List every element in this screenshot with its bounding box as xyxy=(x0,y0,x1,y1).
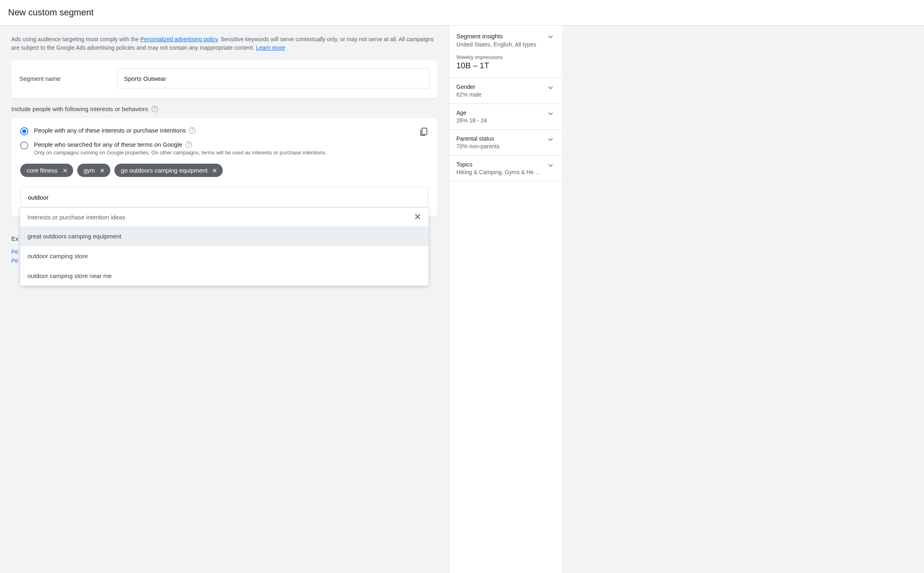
chevron-down-icon xyxy=(546,110,555,118)
page-header: New custom segment xyxy=(0,0,924,25)
policy-notice: Ads using audience targeting must comply… xyxy=(11,35,437,52)
insight-value: 26% 18 - 24 xyxy=(456,117,487,124)
close-icon[interactable] xyxy=(62,167,68,174)
chip-go-outdoors: go outdoors camping equipment xyxy=(114,164,223,177)
segment-name-label: Segment name xyxy=(19,75,61,82)
insights-header[interactable]: Segment insights United States, English,… xyxy=(449,25,562,54)
suggestion-item[interactable]: outdoor camping store near me xyxy=(20,266,428,286)
suggestion-item[interactable]: great outdoors camping equipment xyxy=(20,226,428,246)
help-icon[interactable]: ? xyxy=(186,141,192,148)
chip-row: core fitness gym go outdoors camping equ… xyxy=(20,164,428,177)
insight-row-gender[interactable]: Gender 62% male xyxy=(449,78,562,103)
impressions-label: Weekly impressions xyxy=(456,54,555,60)
radio-interests-label: People with any of these interests or pu… xyxy=(34,127,186,134)
radio-searched[interactable]: People who searched for any of these ter… xyxy=(20,141,428,156)
radio-searched-sub: Only on campaigns running on Google prop… xyxy=(34,150,428,156)
chip-gym: gym xyxy=(77,164,110,177)
weekly-impressions: Weekly impressions 10B – 1T xyxy=(449,54,562,78)
radio-button-selected[interactable] xyxy=(20,127,28,135)
close-icon[interactable] xyxy=(211,167,218,174)
chip-core-fitness: core fitness xyxy=(20,164,73,177)
close-icon[interactable] xyxy=(99,167,105,174)
insights-sidebar: Segment insights United States, English,… xyxy=(449,25,562,573)
segment-name-input[interactable] xyxy=(117,68,429,88)
chip-label: core fitness xyxy=(27,167,58,174)
insights-subtitle: United States, English, All types xyxy=(456,41,536,48)
personalized-policy-link[interactable]: Personalized advertising policy xyxy=(140,36,217,42)
chip-label: go outdoors camping equipment xyxy=(121,167,207,174)
chevron-down-icon xyxy=(546,135,555,143)
insight-label: Age xyxy=(456,110,487,116)
page-title: New custom segment xyxy=(8,7,916,18)
insights-title: Segment insights xyxy=(456,33,536,40)
chevron-down-icon xyxy=(546,84,555,92)
insight-row-parental[interactable]: Parental status 70% non-parents xyxy=(449,129,562,155)
interest-input-wrap: Interests or purchase intention ideas ✕ … xyxy=(20,187,428,208)
insight-value: 62% male xyxy=(456,91,481,98)
learn-more-link[interactable]: Learn more xyxy=(256,44,285,51)
insight-value: Hiking & Camping, Gyms & He… xyxy=(456,169,539,175)
close-icon[interactable]: ✕ xyxy=(414,213,421,221)
segment-name-card: Segment name xyxy=(11,60,437,98)
copy-icon[interactable] xyxy=(419,127,428,137)
policy-text-1: Ads using audience targeting must comply… xyxy=(11,36,140,42)
impressions-value: 10B – 1T xyxy=(456,61,555,70)
insight-row-topics[interactable]: Topics Hiking & Camping, Gyms & He… xyxy=(449,155,562,181)
chevron-down-icon xyxy=(546,161,555,169)
dropdown-list: great outdoors camping equipment outdoor… xyxy=(20,226,428,286)
interest-search-input[interactable] xyxy=(20,187,428,208)
suggestion-item[interactable]: outdoor camping store xyxy=(20,246,428,266)
radio-interests[interactable]: People with any of these interests or pu… xyxy=(20,127,428,135)
chip-label: gym xyxy=(84,167,95,174)
help-icon[interactable]: ? xyxy=(189,127,196,134)
insight-label: Parental status xyxy=(456,135,500,142)
insight-label: Topics xyxy=(456,161,539,168)
svg-rect-0 xyxy=(422,128,427,135)
insight-row-age[interactable]: Age 26% 18 - 24 xyxy=(449,103,562,129)
chevron-down-icon xyxy=(546,33,555,41)
main-content: Ads using audience targeting must comply… xyxy=(0,25,449,573)
targeting-card: People with any of these interests or pu… xyxy=(11,118,437,217)
include-section-label: Include people with following interests … xyxy=(11,105,437,112)
insight-label: Gender xyxy=(456,84,481,90)
help-icon[interactable]: ? xyxy=(152,106,158,112)
insight-value: 70% non-parents xyxy=(456,143,500,150)
radio-searched-label: People who searched for any of these ter… xyxy=(34,141,182,148)
dropdown-header-label: Interests or purchase intention ideas xyxy=(27,214,125,221)
radio-group: People with any of these interests or pu… xyxy=(20,127,428,156)
suggestions-dropdown: Interests or purchase intention ideas ✕ … xyxy=(20,208,428,286)
radio-button[interactable] xyxy=(20,141,28,150)
include-label-text: Include people with following interests … xyxy=(11,105,148,112)
